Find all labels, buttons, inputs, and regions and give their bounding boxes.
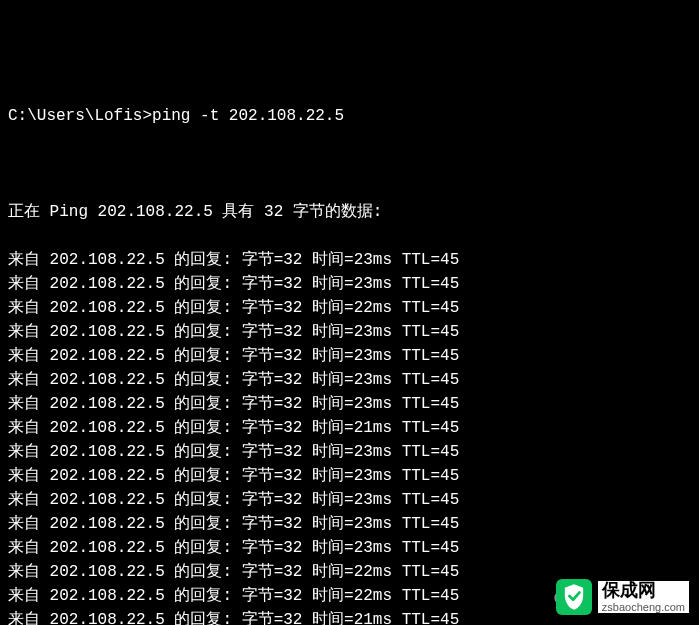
ping-reply-line: 来自 202.108.22.5 的回复: 字节=32 时间=23ms TTL=4… [8,344,691,368]
ping-reply-line: 来自 202.108.22.5 的回复: 字节=32 时间=23ms TTL=4… [8,536,691,560]
ping-reply-line: 来自 202.108.22.5 的回复: 字节=32 时间=22ms TTL=4… [8,296,691,320]
ping-reply-line: 来自 202.108.22.5 的回复: 字节=32 时间=23ms TTL=4… [8,392,691,416]
ping-reply-line: 来自 202.108.22.5 的回复: 字节=32 时间=23ms TTL=4… [8,368,691,392]
ping-reply-line: 来自 202.108.22.5 的回复: 字节=32 时间=23ms TTL=4… [8,464,691,488]
watermark: 保成网 zsbaocheng.com [556,579,689,615]
ping-reply-line: 来自 202.108.22.5 的回复: 字节=32 时间=23ms TTL=4… [8,248,691,272]
ping-header: 正在 Ping 202.108.22.5 具有 32 字节的数据: [8,200,691,224]
watermark-title: 保成网 [598,581,689,601]
ping-reply-line: 来自 202.108.22.5 的回复: 字节=32 时间=23ms TTL=4… [8,512,691,536]
blank-line [8,152,691,176]
ping-reply-line: 来自 202.108.22.5 的回复: 字节=32 时间=23ms TTL=4… [8,488,691,512]
ping-reply-line: 来自 202.108.22.5 的回复: 字节=32 时间=23ms TTL=4… [8,272,691,296]
ping-reply-line: 来自 202.108.22.5 的回复: 字节=32 时间=23ms TTL=4… [8,320,691,344]
ping-reply-line: 来自 202.108.22.5 的回复: 字节=32 时间=23ms TTL=4… [8,440,691,464]
ping-reply-line: 来自 202.108.22.5 的回复: 字节=32 时间=21ms TTL=4… [8,416,691,440]
shield-icon [563,584,585,610]
watermark-text: 保成网 zsbaocheng.com [598,581,689,613]
prompt: C:\Users\Lofis> [8,107,152,125]
command: ping -t 202.108.22.5 [152,107,344,125]
watermark-url: zsbaocheng.com [598,601,689,613]
prompt-line[interactable]: C:\Users\Lofis>ping -t 202.108.22.5 [8,104,691,128]
ping-replies: 来自 202.108.22.5 的回复: 字节=32 时间=23ms TTL=4… [8,248,691,625]
watermark-badge [556,579,592,615]
